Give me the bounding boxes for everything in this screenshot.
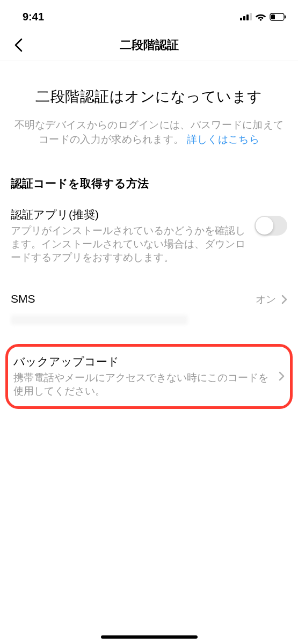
sms-redacted — [11, 315, 188, 325]
home-indicator[interactable] — [101, 635, 198, 639]
svg-rect-0 — [240, 18, 242, 20]
auth-app-title: 認証アプリ(推奨) — [11, 207, 247, 222]
svg-point-4 — [260, 19, 262, 21]
sms-content: SMS — [11, 292, 248, 305]
auth-app-row: 認証アプリ(推奨) アプリがインストールされているかどうかを確認します。インスト… — [0, 191, 298, 270]
svg-rect-7 — [285, 15, 286, 18]
toggle-knob — [256, 217, 273, 235]
sms-row[interactable]: SMS オン — [0, 270, 298, 312]
svg-rect-3 — [250, 13, 252, 20]
battery-icon — [270, 13, 286, 21]
section-title: 認証コードを取得する方法 — [0, 158, 298, 191]
chevron-right-icon — [281, 295, 287, 304]
backup-code-row[interactable]: バックアップコード 携帯電話やメールにアクセスできない時にこのコードを使用してく… — [5, 344, 293, 409]
auth-app-desc: アプリがインストールされているかどうかを確認します。インストールされていない場合… — [11, 224, 247, 265]
svg-rect-1 — [243, 16, 245, 20]
svg-rect-6 — [271, 14, 275, 19]
back-button[interactable] — [8, 34, 29, 56]
learn-more-link[interactable]: 詳しくはこちら — [187, 134, 259, 145]
wifi-icon — [255, 13, 266, 21]
status-time: 9:41 — [23, 11, 44, 23]
hero-section: 二段階認証はオンになっています 不明なデバイスからのログインには、パスワードに加… — [0, 61, 298, 158]
svg-rect-2 — [246, 14, 249, 20]
hero-description: 不明なデバイスからのログインには、パスワードに加えてコードの入力が求められます。… — [12, 118, 286, 147]
page-title: 二段階認証 — [120, 37, 179, 53]
sms-right: オン — [256, 291, 287, 306]
status-bar: 9:41 — [0, 0, 298, 29]
backup-content: バックアップコード 携帯電話やメールにアクセスできない時にこのコードを使用してく… — [13, 354, 273, 398]
hero-title: 二段階認証はオンになっています — [12, 87, 286, 106]
backup-title: バックアップコード — [13, 354, 273, 369]
chevron-right-icon — [279, 371, 285, 381]
backup-desc: 携帯電話やメールにアクセスできない時にこのコードを使用してください。 — [13, 371, 273, 398]
cellular-icon — [240, 13, 252, 20]
chevron-left-icon — [14, 38, 23, 52]
sms-title: SMS — [11, 292, 248, 305]
auth-app-content: 認証アプリ(推奨) アプリがインストールされているかどうかを確認します。インスト… — [11, 207, 247, 265]
sms-status: オン — [256, 292, 276, 306]
status-icons — [240, 13, 286, 21]
nav-header: 二段階認証 — [0, 29, 298, 61]
auth-app-toggle[interactable] — [255, 216, 287, 236]
